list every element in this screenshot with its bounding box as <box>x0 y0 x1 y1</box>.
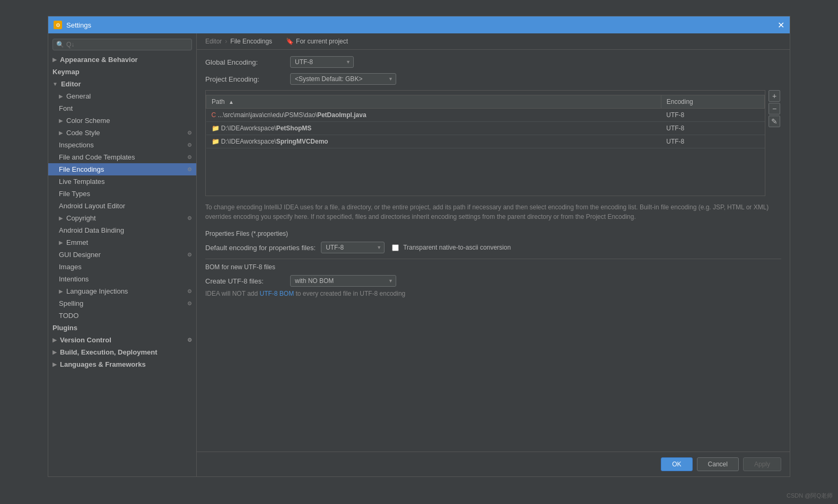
encoding-cell: UTF-8 <box>661 109 764 122</box>
sidebar-item-label: Build, Execution, Deployment <box>60 348 157 356</box>
table-row[interactable]: 📁 D:\IDEAworkspace\SpringMVCDemo UTF-8 <box>206 135 765 148</box>
cancel-button[interactable]: Cancel <box>697 457 739 471</box>
title-bar-title: ⚙ Settings <box>54 21 91 29</box>
utf8-bom-link[interactable]: UTF-8 BOM <box>259 290 294 297</box>
project-encoding-select-wrapper: <System Default: GBK> UTF-8 UTF-16 GBK <box>290 73 396 85</box>
sidebar-item-label: File Types <box>59 190 90 198</box>
sidebar-item-keymap[interactable]: Keymap <box>48 66 196 78</box>
ok-button[interactable]: OK <box>661 457 692 471</box>
dialog-body: 🔍 ▶Appearance & BehaviorKeymap▼Editor▶Ge… <box>48 33 790 476</box>
properties-section-header: Properties Files (*.properties) <box>205 230 781 237</box>
bottom-actions: OK Cancel Apply <box>197 452 790 476</box>
sidebar-item-intentions[interactable]: Intentions <box>48 273 196 285</box>
sidebar-item-label: Emmet <box>66 238 88 246</box>
breadcrumb-parent: Editor <box>205 38 222 45</box>
sidebar-item-label: Inspections <box>59 141 94 149</box>
sidebar-item-emmet[interactable]: ▶Emmet <box>48 236 196 249</box>
table-row[interactable]: C ...\src\main\java\cn\edu\PSMS\dao\PetD… <box>206 109 765 122</box>
sidebar-item-spelling[interactable]: Spelling⚙ <box>48 297 196 310</box>
sidebar-item-general[interactable]: ▶General <box>48 90 196 102</box>
sidebar-item-version-control[interactable]: ▶Version Control⚙ <box>48 334 196 346</box>
sidebar-item-file-types[interactable]: File Types <box>48 188 196 200</box>
breadcrumb: Editor › File Encodings 🔖 For current pr… <box>197 33 790 50</box>
bom-section-header: BOM for new UTF-8 files <box>205 263 781 271</box>
sidebar-item-label: Android Layout Editor <box>59 202 125 210</box>
edit-row-button[interactable]: ✎ <box>769 116 780 127</box>
transparent-checkbox-row: Transparent native-to-ascii conversion <box>392 244 511 251</box>
arrow-icon: ▶ <box>59 93 63 99</box>
transparent-checkbox[interactable] <box>392 244 399 251</box>
encoding-cell: UTF-8 <box>661 122 764 135</box>
badge-icon: ⚙ <box>187 130 192 136</box>
sidebar-item-languages-frameworks[interactable]: ▶Languages & Frameworks <box>48 358 196 370</box>
sidebar-item-inspections[interactable]: Inspections⚙ <box>48 139 196 151</box>
default-encoding-select[interactable]: UTF-8 UTF-16 ISO-8859-1 GBK <box>321 242 385 253</box>
apply-button[interactable]: Apply <box>743 457 781 471</box>
add-row-button[interactable]: + <box>769 90 780 102</box>
col-path[interactable]: Path ▲ <box>206 95 661 109</box>
sidebar-item-android-layout-editor[interactable]: Android Layout Editor <box>48 200 196 212</box>
sidebar-item-editor[interactable]: ▼Editor <box>48 78 196 90</box>
java-file-icon: C <box>212 111 216 119</box>
divider <box>205 259 781 259</box>
search-input[interactable] <box>66 41 188 48</box>
sidebar-item-language-injections[interactable]: ▶Language Injections⚙ <box>48 285 196 297</box>
sidebar-item-label: TODO <box>59 312 78 320</box>
sidebar-item-label: Appearance & Behavior <box>60 56 138 64</box>
main-content: Editor › File Encodings 🔖 For current pr… <box>197 33 790 476</box>
path-cell: 📁 D:\IDEAworkspace\PetShopMS <box>206 122 661 135</box>
folder-icon: 📁 <box>212 138 220 145</box>
badge-icon: ⚙ <box>187 288 192 294</box>
project-encoding-select[interactable]: <System Default: GBK> UTF-8 UTF-16 GBK <box>290 73 396 85</box>
arrow-icon: ▶ <box>53 337 57 343</box>
transparent-label[interactable]: Transparent native-to-ascii conversion <box>403 244 511 251</box>
sidebar-item-color-scheme[interactable]: ▶Color Scheme <box>48 114 196 127</box>
sidebar-item-gui-designer[interactable]: GUI Designer⚙ <box>48 249 196 261</box>
sidebar-item-file-encodings[interactable]: File Encodings⚙ <box>48 163 196 175</box>
sidebar-item-copyright[interactable]: ▶Copyright⚙ <box>48 212 196 224</box>
badge-icon: ⚙ <box>187 215 192 221</box>
sidebar-item-file-code-templates[interactable]: File and Code Templates⚙ <box>48 151 196 163</box>
project-encoding-row: Project Encoding: <System Default: GBK> … <box>205 73 781 85</box>
sidebar-item-font[interactable]: Font <box>48 102 196 114</box>
sidebar: 🔍 ▶Appearance & BehaviorKeymap▼Editor▶Ge… <box>48 33 197 476</box>
close-button[interactable]: ✕ <box>778 20 784 30</box>
sidebar-item-todo[interactable]: TODO <box>48 310 196 322</box>
path-cell: C ...\src\main\java\cn\edu\PSMS\dao\PetD… <box>206 109 661 122</box>
path-bold: PetDaoImpl.java <box>317 111 366 119</box>
sidebar-item-appearance[interactable]: ▶Appearance & Behavior <box>48 54 196 66</box>
sidebar-item-label: Editor <box>61 80 81 88</box>
col-encoding: Encoding <box>661 95 764 109</box>
sidebar-item-label: Images <box>59 263 82 271</box>
sidebar-item-images[interactable]: Images <box>48 261 196 273</box>
global-encoding-select[interactable]: UTF-8 UTF-16 ISO-8859-1 GBK <box>290 56 354 68</box>
sidebar-item-label: Language Injections <box>66 287 128 295</box>
arrow-icon: ▶ <box>53 349 57 355</box>
arrow-icon: ▶ <box>59 240 63 245</box>
for-project-label: For current project <box>296 38 348 45</box>
dialog-title: Settings <box>66 21 91 29</box>
path-bold: SpringMVCDemo <box>276 138 328 145</box>
sidebar-item-android-data-binding[interactable]: Android Data Binding <box>48 224 196 236</box>
arrow-icon: ▶ <box>53 57 57 63</box>
sidebar-item-label: GUI Designer <box>59 251 101 259</box>
encoding-cell: UTF-8 <box>661 135 764 148</box>
remove-row-button[interactable]: − <box>769 103 780 114</box>
table-row[interactable]: 📁 D:\IDEAworkspace\PetShopMS UTF-8 <box>206 122 765 135</box>
default-encoding-select-wrapper: UTF-8 UTF-16 ISO-8859-1 GBK <box>321 242 385 253</box>
sidebar-item-code-style[interactable]: ▶Code Style⚙ <box>48 127 196 139</box>
table-actions: + − ✎ <box>769 90 780 127</box>
breadcrumb-current: File Encodings <box>230 38 272 45</box>
sidebar-item-live-templates[interactable]: Live Templates <box>48 175 196 188</box>
arrow-icon: ▶ <box>59 215 63 221</box>
create-utf8-select[interactable]: with NO BOM with BOM <box>290 275 396 287</box>
sidebar-item-label: Plugins <box>53 324 77 332</box>
project-encoding-label: Project Encoding: <box>205 75 285 83</box>
sidebar-item-plugins[interactable]: Plugins <box>48 322 196 334</box>
sidebar-item-build-execution-deployment[interactable]: ▶Build, Execution, Deployment <box>48 346 196 358</box>
badge-icon: ⚙ <box>187 166 192 172</box>
sidebar-item-label: General <box>66 92 91 100</box>
search-box[interactable]: 🔍 <box>53 39 192 50</box>
content-area: Global Encoding: UTF-8 UTF-16 ISO-8859-1… <box>197 50 790 452</box>
path-prefix: D:\IDEAworkspace\ <box>221 138 276 145</box>
